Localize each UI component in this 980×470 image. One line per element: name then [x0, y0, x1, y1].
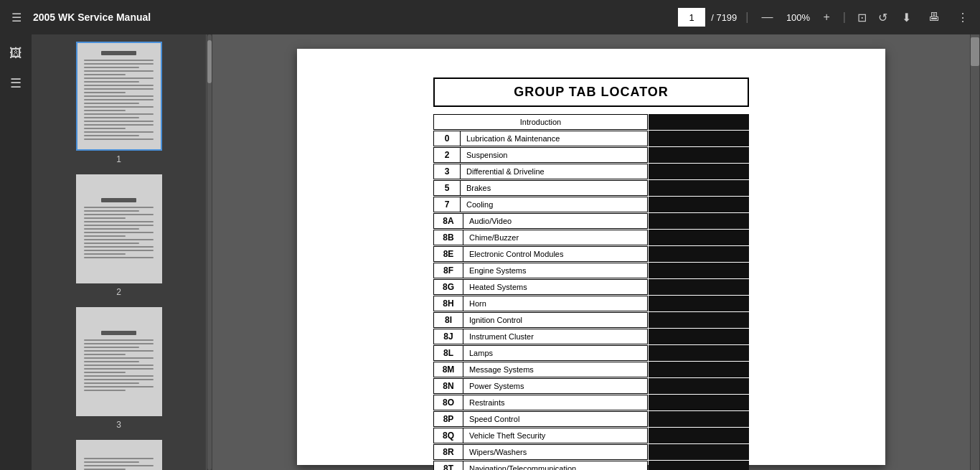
gtl-bar-3: [649, 164, 749, 179]
gtl-label-13: Instrument Cluster: [463, 329, 648, 344]
fit-page-button[interactable]: ⊡: [854, 8, 870, 27]
gtl-row-4[interactable]: 5 Brakes: [433, 180, 749, 196]
zoom-level: 100%: [783, 12, 814, 23]
gtl-bar-7: [649, 230, 749, 245]
gtl-tab-5: 7: [433, 197, 461, 212]
gtl-row-21[interactable]: 8T Navigation/Telecommunication: [433, 461, 749, 470]
more-options-button[interactable]: ⋮: [954, 8, 971, 27]
gtl-row-14[interactable]: 8L Lamps: [433, 345, 749, 361]
gtl-bar-2: [649, 147, 749, 163]
gtl-tab-8: 8E: [433, 246, 463, 262]
thumbnail-1[interactable]: 1: [37, 42, 200, 164]
gtl-label-1: Lubrication & Maintenance: [461, 131, 648, 146]
gtl-tab-19: 8Q: [433, 428, 463, 443]
gtl-tab-12: 8I: [433, 312, 463, 328]
zoom-in-button[interactable]: +: [819, 9, 834, 25]
toolbar: ☰ 2005 WK Service Manual / 7199 | — 100%…: [0, 0, 980, 34]
gtl-bar-13: [649, 329, 749, 344]
thumbnail-panel: 1: [32, 34, 207, 470]
gtl-label-19: Vehicle Theft Security: [463, 428, 648, 443]
gtl-row-2[interactable]: 2 Suspension: [433, 147, 749, 163]
gtl-tab-4: 5: [433, 180, 461, 196]
toolbar-center: / 7199 | — 100% + | ⊡ ↺: [678, 8, 890, 27]
gtl-row-1[interactable]: 0 Lubrication & Maintenance: [433, 131, 749, 146]
pages-view-button[interactable]: ☰: [6, 71, 26, 95]
separator-1: |: [745, 11, 748, 24]
gtl-tab-2: 2: [433, 147, 461, 163]
gtl-row-15[interactable]: 8M Message Systems: [433, 362, 749, 377]
thumbnail-4[interactable]: 4: [37, 440, 200, 470]
gtl-row-8[interactable]: 8E Electronic Control Modules: [433, 246, 749, 262]
gtl-row-3[interactable]: 3 Differential & Driveline: [433, 164, 749, 179]
gtl-bar-1: [649, 131, 749, 146]
gtl-label-2: Suspension: [461, 147, 648, 163]
gtl-tab-13: 8J: [433, 329, 463, 344]
toolbar-left: ☰ 2005 WK Service Manual: [9, 8, 669, 27]
download-button[interactable]: ⬇: [899, 8, 914, 27]
menu-icon[interactable]: ☰: [9, 8, 24, 27]
gtl-row-11[interactable]: 8H Horn: [433, 296, 749, 311]
gtl-tab-7: 8B: [433, 230, 463, 245]
gtl-row-18[interactable]: 8P Speed Control: [433, 411, 749, 427]
gtl-label-15: Message Systems: [463, 362, 648, 377]
gtl-bar-12: [649, 312, 749, 328]
gtl-row-5[interactable]: 7 Cooling: [433, 197, 749, 212]
gtl-tab-20: 8R: [433, 444, 463, 460]
side-icon-bar: 🖼 ☰: [0, 34, 32, 470]
history-button[interactable]: ↺: [875, 8, 890, 27]
gtl-tab-15: 8M: [433, 362, 463, 377]
gtl-row-9[interactable]: 8F Engine Systems: [433, 263, 749, 278]
gtl-tab-21: 8T: [433, 461, 463, 470]
thumbnail-image-3: [76, 307, 162, 416]
thumbnail-label-3: 3: [116, 420, 121, 430]
page-number-input[interactable]: [678, 8, 705, 27]
gtl-label-12: Ignition Control: [463, 312, 648, 328]
gtl-tab-6: 8A: [433, 213, 463, 229]
thumbnail-3[interactable]: 3: [37, 307, 200, 430]
page-total: / 7199: [711, 12, 737, 23]
gtl-bar-11: [649, 296, 749, 311]
thumbnail-image-4: [76, 440, 162, 470]
toolbar-right: ⬇ 🖶 ⋮: [899, 8, 971, 27]
gtl-label-6: Audio/Video: [463, 213, 648, 229]
gtl-row-20[interactable]: 8R Wipers/Washers: [433, 444, 749, 460]
gtl-title: GROUP TAB LOCATOR: [433, 77, 749, 107]
gtl-label-14: Lamps: [463, 345, 648, 361]
gtl-row-13[interactable]: 8J Instrument Cluster: [433, 329, 749, 344]
gtl-row-7[interactable]: 8B Chime/Buzzer: [433, 230, 749, 245]
zoom-out-button[interactable]: —: [758, 9, 778, 25]
gtl-bar-6: [649, 213, 749, 229]
print-button[interactable]: 🖶: [925, 8, 943, 27]
gtl-label-9: Engine Systems: [463, 263, 648, 278]
gtl-label-21: Navigation/Telecommunication: [463, 461, 648, 470]
gtl-row-10[interactable]: 8G Heated Systems: [433, 279, 749, 295]
right-scrollbar[interactable]: [970, 34, 980, 470]
gtl-bar-10: [649, 279, 749, 295]
thumbnail-2[interactable]: 2: [37, 174, 200, 297]
pdf-area[interactable]: GROUP TAB LOCATOR Introduction 0 Lubrica…: [212, 34, 970, 470]
thumbnail-label-1: 1: [116, 154, 121, 164]
gtl-label-7: Chime/Buzzer: [463, 230, 648, 245]
gtl-bar-19: [649, 428, 749, 443]
gtl-row-17[interactable]: 8O Restraints: [433, 395, 749, 410]
thumbnail-label-2: 2: [116, 287, 121, 297]
gtl-row-12[interactable]: 8I Ignition Control: [433, 312, 749, 328]
gtl-tab-18: 8P: [433, 411, 463, 427]
gtl-intro-label: Introduction: [433, 114, 648, 130]
gtl-bar-17: [649, 395, 749, 410]
thumbnail-view-button[interactable]: 🖼: [5, 42, 27, 65]
gtl-tab-14: 8L: [433, 345, 463, 361]
gtl-tab-1: 0: [433, 131, 461, 146]
gtl-bar-9: [649, 263, 749, 278]
gtl-row-0[interactable]: Introduction: [433, 114, 749, 130]
gtl-bar-14: [649, 345, 749, 361]
gtl-container: GROUP TAB LOCATOR Introduction 0 Lubrica…: [326, 70, 857, 470]
gtl-row-6[interactable]: 8A Audio/Video: [433, 213, 749, 229]
gtl-label-11: Horn: [463, 296, 648, 311]
gtl-row-16[interactable]: 8N Power Systems: [433, 378, 749, 394]
thumbnail-scrollbar[interactable]: [207, 34, 212, 470]
gtl-bar-21: [649, 461, 749, 470]
separator-2: |: [843, 11, 846, 24]
gtl-row-19[interactable]: 8Q Vehicle Theft Security: [433, 428, 749, 443]
document-title: 2005 WK Service Manual: [33, 11, 151, 23]
